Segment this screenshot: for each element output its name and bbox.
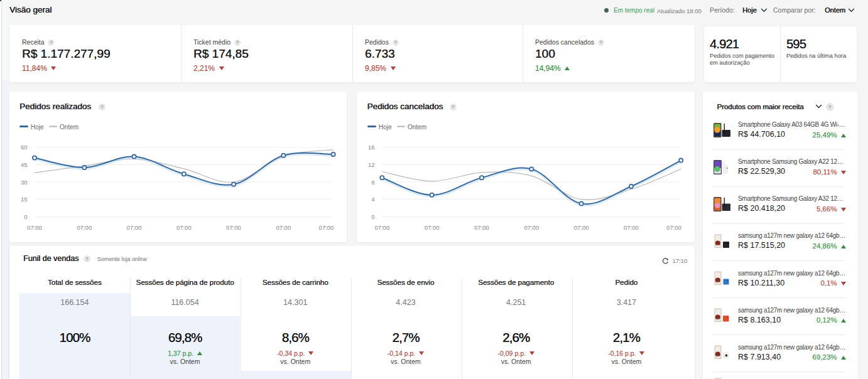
svg-text:07:00: 07:00 (573, 223, 589, 230)
svg-text:30: 30 (21, 178, 28, 185)
svg-text:60: 60 (21, 144, 28, 151)
svg-text:07:00: 07:00 (524, 223, 539, 230)
svg-text:0: 0 (24, 213, 27, 220)
svg-text:07:00: 07:00 (226, 223, 241, 230)
svg-text:8: 8 (371, 178, 374, 185)
svg-text:07:00: 07:00 (127, 223, 142, 230)
svg-text:07:00: 07:00 (319, 223, 334, 230)
svg-text:Hoje: Hoje (31, 124, 44, 131)
svg-text:Ontem: Ontem (60, 124, 79, 131)
svg-text:07:00: 07:00 (176, 223, 192, 230)
svg-text:07:00: 07:00 (276, 223, 291, 230)
svg-text:15: 15 (21, 196, 28, 203)
svg-text:45: 45 (21, 161, 28, 168)
svg-text:16: 16 (367, 144, 374, 151)
svg-text:07:00: 07:00 (27, 223, 42, 230)
svg-text:07:00: 07:00 (624, 223, 639, 230)
svg-text:07:00: 07:00 (374, 223, 389, 230)
svg-text:4: 4 (371, 196, 374, 203)
svg-text:Hoje: Hoje (379, 124, 392, 131)
svg-text:Ontem: Ontem (408, 124, 426, 131)
svg-text:12: 12 (367, 161, 374, 168)
svg-text:0: 0 (371, 213, 374, 220)
svg-text:07:00: 07:00 (77, 223, 92, 230)
svg-text:07:00: 07:00 (666, 223, 681, 230)
svg-text:07:00: 07:00 (474, 223, 489, 230)
svg-text:07:00: 07:00 (424, 223, 439, 230)
